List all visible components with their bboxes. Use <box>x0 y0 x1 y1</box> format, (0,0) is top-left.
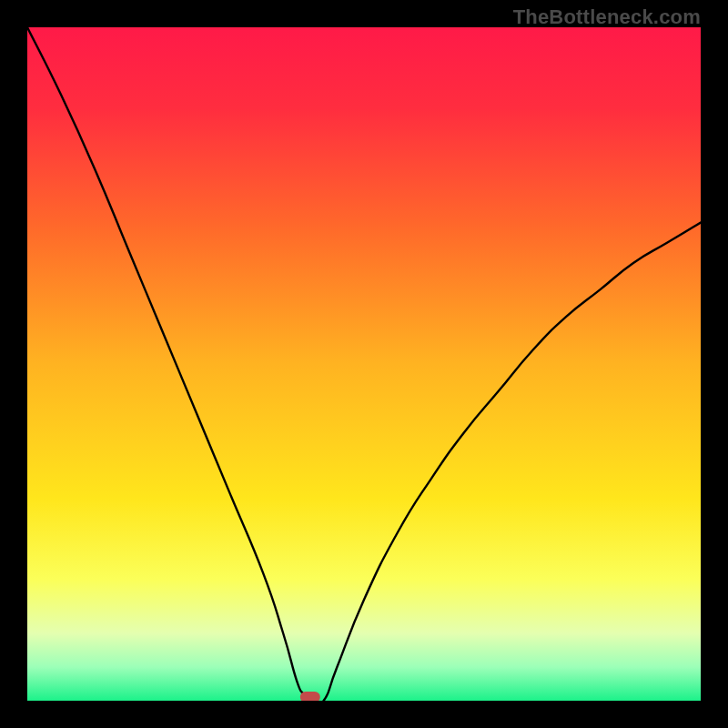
marker-dot <box>300 692 320 701</box>
chart-svg <box>27 27 701 701</box>
chart-plot-area <box>27 27 701 701</box>
watermark-text: TheBottleneck.com <box>513 5 701 29</box>
chart-marker <box>300 692 320 701</box>
chart-frame: TheBottleneck.com <box>0 0 728 728</box>
